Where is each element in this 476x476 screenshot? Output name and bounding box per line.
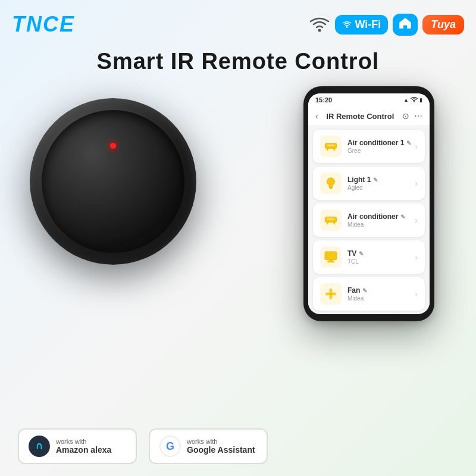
svg-point-1 [346, 26, 348, 28]
device-inner-ring [42, 110, 184, 253]
google-text: works with Google Assistant [187, 438, 255, 455]
device-brand: TCL [347, 258, 364, 265]
edit-icon[interactable]: ✎ [373, 177, 378, 183]
device-item-left: Air conditioner 1 ✎ Gree [320, 136, 411, 157]
device-name: Light 1 ✎ [347, 176, 378, 184]
chevron-right-icon: › [415, 289, 418, 299]
device-circle [30, 98, 196, 265]
chevron-right-icon: › [415, 142, 418, 151]
device-item-left: Light 1 ✎ Agled [320, 173, 378, 194]
edit-icon[interactable]: ✎ [406, 140, 411, 146]
main-content: 15:20 ▲ ▮ [12, 86, 464, 416]
svg-point-17 [35, 441, 45, 452]
wifi-label: Wi-Fi [355, 18, 381, 31]
svg-rect-13 [325, 252, 337, 260]
brand-logo: TNCE [12, 12, 75, 37]
fan-icon [324, 287, 337, 300]
device-info: Air conditioner ✎ Midea [347, 212, 405, 228]
ac-icon [324, 142, 337, 151]
app-header: ‹ IR Remote Control ⊙ ⋯ [308, 107, 430, 126]
header-icons: Wi-Fi Tuya [309, 14, 464, 36]
device-item-left: Fan ✎ Midea [320, 283, 367, 305]
device-name: Air conditioner 1 ✎ [347, 139, 411, 147]
device-brand: Gree [347, 148, 411, 154]
device-brand: Midea [347, 295, 367, 302]
tuya-label: Tuya [431, 18, 456, 30]
home-badge [393, 14, 418, 36]
svg-rect-5 [333, 149, 335, 151]
list-item[interactable]: Air conditioner ✎ Midea › [313, 203, 425, 237]
device-brand: Midea [347, 221, 405, 228]
edit-icon[interactable]: ✎ [400, 214, 405, 220]
ir-led [110, 143, 116, 149]
phone-screen: 15:20 ▲ ▮ [308, 93, 430, 314]
device-info: TV ✎ TCL [347, 249, 364, 265]
device-item-left: TV ✎ TCL [320, 246, 364, 268]
status-time: 15:20 [315, 96, 332, 104]
fan-icon-box [320, 283, 342, 305]
tv-icon-box [320, 246, 342, 268]
device-info: Light 1 ✎ Agled [347, 176, 378, 191]
svg-rect-8 [330, 188, 332, 189]
device-info: Fan ✎ Midea [347, 286, 367, 302]
device-item-left: Air conditioner ✎ Midea [320, 209, 405, 231]
ac1-icon-box [320, 136, 342, 157]
svg-rect-10 [327, 223, 328, 225]
alexa-name: Amazon alexa [56, 445, 111, 455]
edit-icon[interactable]: ✎ [362, 287, 367, 294]
wifi-badge: Wi-Fi [335, 15, 388, 35]
google-g-icon: G [166, 440, 174, 453]
signal-icon: ▲ [403, 97, 409, 103]
light1-icon-box [320, 173, 342, 194]
device-name: Air conditioner ✎ [347, 212, 405, 221]
ac2-icon-box [320, 209, 342, 231]
svg-rect-7 [329, 187, 333, 188]
list-item[interactable]: Light 1 ✎ Agled › [313, 167, 425, 200]
alexa-badge: works with Amazon alexa [18, 428, 137, 464]
device-section [12, 98, 214, 265]
google-logo: G [159, 436, 181, 457]
app-header-actions: ⊙ ⋯ [402, 111, 422, 121]
google-works-label: works with [187, 438, 255, 445]
chevron-right-icon: › [415, 215, 418, 225]
wifi-status-svg [411, 96, 418, 102]
svg-rect-15 [327, 261, 335, 262]
tuya-badge: Tuya [422, 15, 464, 35]
tv-icon [324, 251, 337, 263]
svg-rect-6 [327, 145, 334, 146]
google-name: Google Assistant [187, 445, 255, 455]
google-badge: G works with Google Assistant [149, 428, 268, 464]
header: TNCE Wi-Fi [12, 12, 464, 37]
wifi-badge-icon [342, 20, 352, 29]
list-item[interactable]: Air conditioner 1 ✎ Gree › [313, 130, 425, 163]
svg-rect-14 [328, 260, 333, 262]
device-name: Fan ✎ [347, 286, 367, 295]
list-item[interactable]: Fan ✎ Midea › [313, 277, 425, 311]
alexa-works-label: works with [56, 438, 111, 445]
home-icon [399, 17, 412, 29]
svg-rect-4 [327, 149, 328, 151]
phone-status-bar: 15:20 ▲ ▮ [308, 93, 430, 107]
page-container: TNCE Wi-Fi [0, 0, 476, 476]
list-item[interactable]: TV ✎ TCL › [313, 240, 425, 274]
svg-rect-3 [325, 143, 337, 149]
wifi-status-icon [411, 96, 418, 104]
menu-icon[interactable]: ⋯ [414, 111, 422, 121]
status-icons: ▲ ▮ [403, 96, 422, 104]
info-icon[interactable]: ⊙ [402, 111, 409, 121]
alexa-text: works with Amazon alexa [56, 438, 111, 455]
phone-section: 15:20 ▲ ▮ [274, 86, 464, 321]
device-list: Air conditioner 1 ✎ Gree › [308, 130, 430, 311]
wifi-icon [309, 16, 330, 33]
svg-rect-11 [333, 223, 335, 225]
alexa-icon [33, 440, 45, 452]
light-icon [324, 177, 337, 190]
chevron-right-icon: › [415, 252, 418, 262]
back-button[interactable]: ‹ [315, 111, 318, 121]
svg-point-2 [414, 101, 415, 102]
bottom-section: works with Amazon alexa G works with Goo… [12, 428, 464, 464]
app-header-title: IR Remote Control [326, 112, 394, 121]
phone-mockup: 15:20 ▲ ▮ [303, 86, 434, 321]
ac-icon [324, 215, 337, 225]
edit-icon[interactable]: ✎ [359, 250, 364, 257]
